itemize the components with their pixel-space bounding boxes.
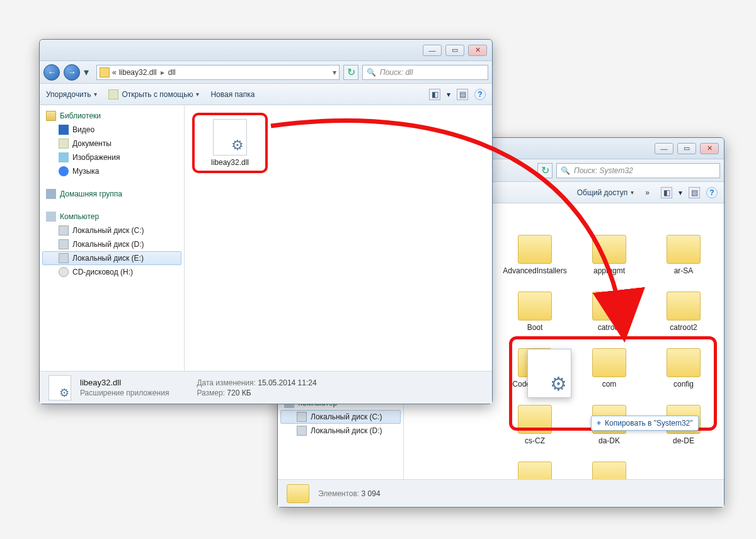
back-button[interactable]: ← — [43, 64, 60, 81]
folder-icon — [592, 462, 626, 479]
chevron-right-icon[interactable]: ▸ — [159, 68, 166, 77]
copy-tooltip-text: Копировать в "System32" — [605, 419, 693, 428]
open-with-icon — [108, 89, 118, 99]
status-mod-label: Дата изменения: — [197, 378, 256, 387]
search-icon: 🔍 — [367, 68, 376, 77]
search-input[interactable]: 🔍 Поиск: dll — [362, 65, 488, 80]
search-input[interactable]: 🔍 Поиск: System32 — [556, 163, 720, 178]
sidebar-homegroup[interactable]: Домашняя группа — [42, 187, 181, 201]
folder-icon — [667, 292, 701, 321]
sidebar-drive-c[interactable]: Локальный диск (C:) — [42, 224, 181, 237]
computer-icon — [46, 212, 56, 222]
sidebar-music[interactable]: Музыка — [42, 164, 181, 178]
homegroup-icon — [46, 189, 56, 199]
video-icon — [59, 125, 69, 135]
titlebar[interactable]: — ▭ ✕ — [40, 40, 492, 61]
drive-icon — [297, 426, 307, 436]
minimize-button[interactable]: — — [655, 143, 673, 154]
forward-button[interactable]: → — [64, 64, 80, 81]
maximize-button[interactable]: ▭ — [445, 45, 464, 56]
sidebar-drive-d[interactable]: Локальный диск (D:) — [280, 424, 401, 438]
maximize-button[interactable]: ▭ — [677, 143, 696, 154]
sidebar-drive-d[interactable]: Локальный диск (D:) — [42, 237, 181, 251]
dll-file-icon — [213, 119, 247, 156]
sidebar-libraries[interactable]: Библиотеки — [42, 109, 181, 123]
status-file-name: libeay32.dll — [80, 378, 169, 387]
minimize-button[interactable]: — — [423, 45, 442, 56]
close-button[interactable]: ✕ — [468, 45, 487, 56]
folder-icon — [518, 235, 552, 264]
organize-button[interactable]: Упорядочить▾ — [46, 90, 97, 99]
file-list[interactable]: libeay32.dll — [185, 105, 492, 371]
status-bar: Элементов: 3 094 — [278, 479, 724, 507]
status-items-count: 3 094 — [362, 489, 381, 498]
view-options-icon[interactable]: ◧ — [661, 187, 672, 198]
sidebar: Библиотеки Видео Документы Изображения М… — [40, 105, 185, 371]
status-size-label: Размер: — [197, 389, 225, 397]
folder-icon — [667, 235, 701, 264]
status-file-icon — [49, 375, 71, 400]
view-dropdown[interactable]: ▾ — [447, 90, 450, 99]
libraries-icon — [46, 111, 56, 121]
breadcrumb-part[interactable]: libeay32.dll — [119, 68, 157, 77]
file-name: libeay32.dll — [211, 158, 249, 167]
folder-icon — [592, 235, 626, 264]
folder-tile[interactable]: catroot2 — [653, 292, 714, 332]
search-placeholder: Поиск: dll — [380, 68, 413, 77]
drive-icon — [297, 412, 307, 422]
folder-tile[interactable]: appmgmt — [579, 235, 639, 275]
navbar: ← → ▾ « libeay32.dll ▸ dll ▾ ↻ 🔍 Поиск: … — [40, 61, 492, 84]
address-bar[interactable]: « libeay32.dll ▸ dll ▾ — [96, 65, 340, 80]
sidebar-cd[interactable]: CD-дисковод (H:) — [42, 265, 181, 279]
history-dropdown[interactable]: ▾ — [84, 66, 93, 78]
plus-icon: + — [597, 419, 601, 428]
search-placeholder: Поиск: System32 — [574, 166, 633, 175]
refresh-button[interactable]: ↻ — [343, 65, 358, 80]
view-dropdown[interactable]: ▾ — [679, 188, 682, 197]
help-icon[interactable]: ? — [706, 187, 718, 198]
sidebar-images[interactable]: Изображения — [42, 150, 181, 164]
sidebar-video[interactable]: Видео — [42, 123, 181, 137]
status-size-value: 720 КБ — [227, 389, 251, 397]
view-options-icon[interactable]: ◧ — [429, 89, 440, 100]
status-items-label: Элементов: — [318, 489, 359, 498]
drive-icon — [59, 253, 69, 263]
folder-tile[interactable]: catroot — [579, 292, 639, 332]
folder-icon — [100, 67, 110, 77]
folder-icon — [518, 462, 552, 479]
toolbar-overflow[interactable]: » — [645, 188, 650, 197]
sidebar-drive-c[interactable]: Локальный диск (C:) — [280, 410, 401, 424]
folder-tile[interactable]: ar-SA — [653, 235, 714, 275]
sidebar-drive-e[interactable]: Локальный диск (E:) — [42, 251, 181, 265]
drag-ghost-file — [524, 349, 575, 412]
preview-pane-icon[interactable]: ▤ — [457, 89, 468, 100]
new-folder-button[interactable]: Новая папка — [210, 90, 255, 99]
help-icon[interactable]: ? — [474, 89, 486, 100]
close-button[interactable]: ✕ — [700, 143, 719, 154]
toolbar: Упорядочить▾ Открыть с помощью▾ Новая па… — [40, 84, 492, 105]
dll-file-icon — [527, 349, 571, 398]
addr-dropdown[interactable]: ▾ — [333, 68, 336, 77]
sidebar-computer[interactable]: Компьютер — [42, 210, 181, 224]
folder-tile[interactable]: Dism — [505, 462, 565, 479]
folder-icon — [518, 292, 552, 321]
file-tile-dll[interactable]: libeay32.dll — [200, 119, 260, 167]
folder-tile[interactable]: AdvancedInstallers — [505, 235, 565, 275]
cd-icon — [59, 267, 69, 277]
status-folder-icon — [287, 484, 309, 503]
open-with-button[interactable]: Открыть с помощью▾ — [108, 89, 199, 99]
preview-pane-icon[interactable]: ▤ — [689, 187, 700, 198]
status-file-type: Расширение приложения — [80, 389, 169, 397]
folder-tile[interactable]: Boot — [505, 292, 565, 332]
folder-tile[interactable]: drivers — [579, 462, 639, 479]
copy-tooltip: + Копировать в "System32" — [591, 416, 699, 431]
share-button[interactable]: Общий доступ▾ — [577, 188, 634, 197]
source-file-highlight: libeay32.dll — [192, 113, 268, 173]
sidebar-documents[interactable]: Документы — [42, 137, 181, 150]
folder-icon — [592, 292, 626, 321]
status-mod-value: 15.05.2014 11:24 — [258, 378, 316, 387]
refresh-button[interactable]: ↻ — [537, 163, 553, 178]
drive-icon — [59, 239, 69, 249]
breadcrumb-part[interactable]: dll — [168, 68, 176, 77]
img-icon — [59, 152, 69, 162]
